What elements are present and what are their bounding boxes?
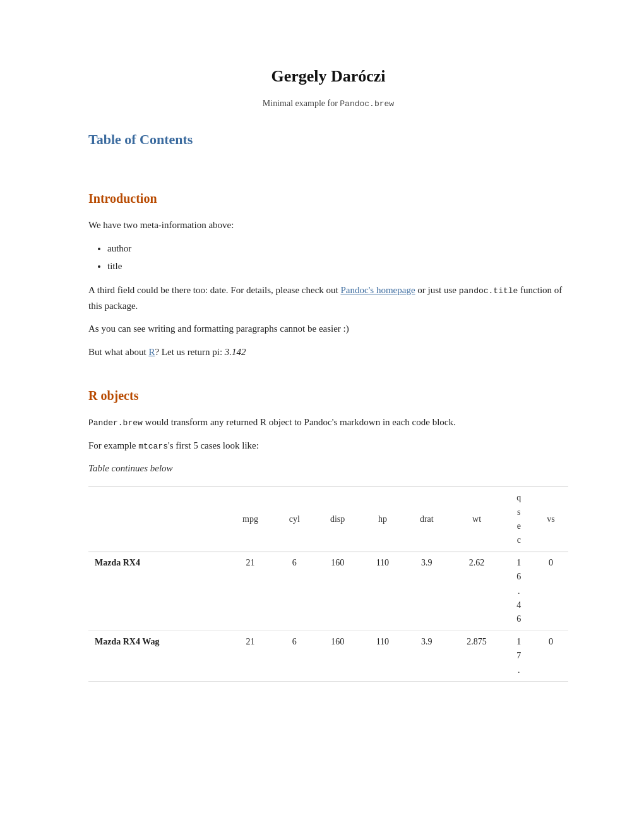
cell-mazda-rx4-wt: 2.62 — [449, 552, 504, 631]
intro-para2-text2: or just use — [415, 285, 459, 295]
section-heading-robjects: R objects — [88, 385, 568, 406]
row-label-mazda-rx4: Mazda RX4 — [88, 552, 226, 631]
intro-para-2: A third field could be there too: date. … — [88, 282, 568, 314]
subtitle: Minimal example for Pandoc.brew — [88, 96, 568, 111]
col-header-mpg: mpg — [226, 487, 274, 552]
intro-para4-text1: But what about — [88, 347, 148, 357]
col-header-rowname — [88, 487, 226, 552]
intro-para-3: As you can see writing and formatting pa… — [88, 321, 568, 337]
intro-para-1: We have two meta-information above: — [88, 217, 568, 233]
mtcars-code: mtcars — [138, 442, 168, 451]
pander-brew-code: Pander.brew — [88, 418, 143, 428]
r-link[interactable]: R — [148, 347, 155, 357]
section-heading-introduction: Introduction — [88, 188, 568, 208]
intro-list: author title — [107, 241, 568, 274]
intro-para-4: But what about R? Let us return pi: 3.14… — [88, 344, 568, 360]
intro-para4-text2: ? Let us return pi: — [155, 347, 224, 357]
cell-mazda-rx4-drat: 3.9 — [404, 552, 449, 631]
col-header-qsec: qsec — [504, 487, 534, 552]
pandoc-homepage-link[interactable]: Pandoc's homepage — [340, 285, 415, 295]
robjects-para2-text1: For example — [88, 440, 138, 450]
pi-value: 3.142 — [225, 347, 246, 357]
cell-mazda-rx4wag-cyl: 6 — [275, 631, 314, 681]
intro-para2-text1: A third field could be there too: date. … — [88, 285, 340, 295]
cell-mazda-rx4wag-wt: 2.875 — [449, 631, 504, 681]
robjects-para2-rest: 's first 5 cases look like: — [168, 440, 259, 450]
page-title: Gergely Daróczi — [88, 63, 568, 90]
subtitle-code: Pandoc.brew — [340, 99, 394, 109]
cell-mazda-rx4-qsec: 16.46 — [504, 552, 534, 631]
cell-mazda-rx4-mpg: 21 — [226, 552, 274, 631]
col-header-drat: drat — [404, 487, 449, 552]
robjects-para-2: For example mtcars's first 5 cases look … — [88, 438, 568, 454]
cell-mazda-rx4-vs: 0 — [534, 552, 568, 631]
table-note: Table continues below — [88, 461, 568, 476]
subtitle-text: Minimal example for — [263, 99, 340, 108]
col-header-cyl: cyl — [275, 487, 314, 552]
col-header-wt: wt — [449, 487, 504, 552]
row-label-mazda-rx4-wag: Mazda RX4 Wag — [88, 631, 226, 681]
cell-mazda-rx4wag-drat: 3.9 — [404, 631, 449, 681]
cell-mazda-rx4-hp: 110 — [361, 552, 404, 631]
table-row: Mazda RX4 21 6 160 110 3.9 2.62 16.46 0 — [88, 552, 568, 631]
robjects-para1-rest: would transform any returned R object to… — [143, 417, 456, 427]
list-item-author: author — [107, 241, 568, 256]
cell-mazda-rx4wag-hp: 110 — [361, 631, 404, 681]
pandoc-title-code: pandoc.title — [459, 286, 518, 296]
table-header-row: mpg cyl disp hp drat wt qsec vs — [88, 487, 568, 552]
data-table: mpg cyl disp hp drat wt qsec vs Mazda RX… — [88, 486, 568, 682]
robjects-para-1: Pander.brew would transform any returned… — [88, 414, 568, 430]
cell-mazda-rx4wag-vs: 0 — [534, 631, 568, 681]
cell-mazda-rx4wag-qsec: 17. — [504, 631, 534, 681]
cell-mazda-rx4-cyl: 6 — [275, 552, 314, 631]
cell-mazda-rx4wag-disp: 160 — [314, 631, 361, 681]
col-header-hp: hp — [361, 487, 404, 552]
list-item-title: title — [107, 258, 568, 274]
toc-heading: Table of Contents — [88, 128, 568, 150]
cell-mazda-rx4-disp: 160 — [314, 552, 361, 631]
col-header-disp: disp — [314, 487, 361, 552]
col-header-vs: vs — [534, 487, 568, 552]
cell-mazda-rx4wag-mpg: 21 — [226, 631, 274, 681]
table-row: Mazda RX4 Wag 21 6 160 110 3.9 2.875 17.… — [88, 631, 568, 681]
